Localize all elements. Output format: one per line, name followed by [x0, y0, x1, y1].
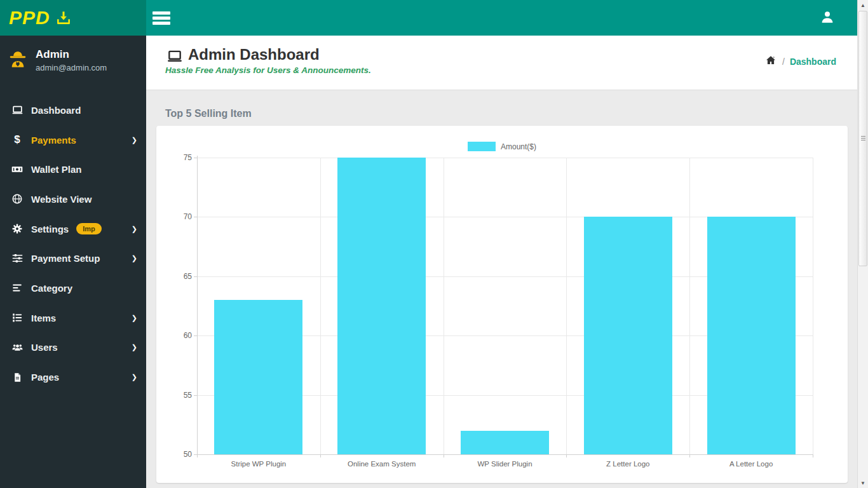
sidebar-item-pages[interactable]: Pages❯ [0, 362, 146, 392]
logo-text: PPD [9, 7, 50, 29]
gridline [197, 158, 813, 158]
sidebar-menu: Dashboard$Payments❯Wallet PlanWebsite Vi… [0, 95, 146, 392]
app-window: PPD Admin admin@admin.com Dashboard$Paym… [0, 0, 868, 488]
x-axis-line [194, 454, 813, 455]
scrollbar-down-arrow[interactable]: ▼ [858, 478, 868, 488]
money-icon [9, 163, 25, 175]
top-navbar [146, 0, 868, 36]
breadcrumb-dashboard-link[interactable]: Dashboard [790, 57, 836, 67]
legend-color-box [468, 142, 496, 151]
x-axis-category-label: Online Exam System [320, 460, 444, 468]
y-axis-line [197, 156, 198, 458]
user-menu-button[interactable] [817, 8, 837, 29]
chevron-right-icon: ❯ [132, 136, 137, 144]
sidebar-item-label: Website View [31, 194, 92, 205]
user-name: Admin [36, 48, 107, 61]
laptop-icon [9, 104, 25, 116]
section-title: Top 5 Selling Item [165, 108, 252, 119]
align-icon [9, 282, 25, 294]
bar-1 [337, 158, 426, 454]
sliders-icon [9, 252, 25, 264]
y-axis-tick-label: 50 [156, 450, 192, 459]
sidebar-item-label: Category [31, 283, 72, 294]
gridline [813, 158, 813, 454]
sidebar-item-settings[interactable]: SettingsImp❯ [0, 214, 146, 244]
logo[interactable]: PPD [0, 0, 146, 36]
main-content: Admin Dashboard Hassle Free Analysis for… [146, 36, 868, 488]
admin-avatar-icon [8, 49, 28, 72]
legend-label: Amount($) [501, 142, 536, 151]
user-panel: Admin admin@admin.com [0, 36, 146, 84]
breadcrumb: / Dashboard [764, 55, 836, 68]
page-subtitle: Hassle Free Analysis for Users & Announc… [165, 65, 371, 75]
gridline [566, 158, 567, 454]
sidebar-item-dashboard[interactable]: Dashboard [0, 95, 146, 125]
bar-chart: 505560657075Stripe WP PluginOnline Exam … [156, 126, 848, 483]
x-axis-category-label: Stripe WP Plugin [197, 460, 320, 468]
gear-icon [9, 223, 25, 234]
sidebar-item-payments[interactable]: $Payments❯ [0, 125, 146, 155]
scrollbar-grip [861, 136, 865, 141]
sidebar-item-website-view[interactable]: Website View [0, 184, 146, 214]
dollar-icon: $ [9, 133, 25, 146]
scrollbar[interactable]: ▲ ▼ [857, 0, 868, 488]
x-axis-category-label: Z Letter Logo [566, 460, 689, 468]
bar-0 [214, 300, 302, 454]
content-header: Admin Dashboard Hassle Free Analysis for… [146, 36, 868, 90]
page-title: Admin Dashboard [188, 46, 320, 64]
file-icon [9, 372, 25, 383]
gridline [320, 158, 321, 454]
sidebar-item-label: Pages [31, 372, 59, 383]
chevron-right-icon: ❯ [132, 254, 137, 262]
y-axis-tick-label: 70 [156, 212, 192, 221]
sidebar-item-wallet-plan[interactable]: Wallet Plan [0, 154, 146, 184]
sidebar-item-category[interactable]: Category [0, 273, 146, 303]
chevron-right-icon: ❯ [132, 314, 137, 322]
sidebar: Admin admin@admin.com Dashboard$Payments… [0, 36, 146, 488]
sidebar-item-users[interactable]: Users❯ [0, 333, 146, 363]
sidebar-item-label: Items [31, 313, 56, 323]
list-ol-icon [9, 312, 25, 323]
y-axis-tick-label: 75 [156, 153, 192, 162]
hamburger-menu-button[interactable] [153, 8, 172, 27]
sidebar-item-label: Wallet Plan [31, 164, 81, 175]
x-axis-category-label: WP Slider Plugin [444, 460, 567, 468]
sidebar-item-label: Dashboard [31, 105, 81, 116]
y-axis-tick-label: 60 [156, 331, 192, 340]
user-email: admin@admin.com [36, 63, 107, 72]
sidebar-item-label: Payment Setup [31, 253, 100, 264]
breadcrumb-separator: / [782, 57, 785, 67]
bar-2 [461, 431, 549, 454]
sidebar-item-label: Users [31, 342, 58, 353]
chevron-right-icon: ❯ [132, 343, 137, 351]
chevron-right-icon: ❯ [132, 225, 137, 233]
bar-3 [584, 217, 672, 454]
y-axis-tick-label: 55 [156, 391, 192, 400]
home-icon[interactable] [764, 55, 777, 68]
download-icon [55, 10, 72, 26]
scrollbar-thumb[interactable] [858, 11, 867, 266]
gridline [444, 158, 444, 454]
y-axis-tick-label: 65 [156, 272, 192, 281]
chevron-right-icon: ❯ [132, 373, 137, 381]
bar-4 [707, 217, 796, 454]
person-icon [818, 8, 836, 29]
scrollbar-up-arrow[interactable]: ▲ [858, 0, 868, 10]
users-icon [9, 341, 25, 353]
sidebar-item-label: Payments [31, 135, 76, 146]
gridline [689, 158, 690, 454]
sidebar-item-label: Settings [31, 224, 69, 234]
sidebar-item-payment-setup[interactable]: Payment Setup❯ [0, 243, 146, 273]
x-axis-tick [813, 454, 813, 458]
laptop-icon [165, 48, 184, 67]
imp-badge: Imp [76, 223, 102, 234]
chart-card: 505560657075Stripe WP PluginOnline Exam … [156, 126, 848, 483]
sidebar-item-items[interactable]: Items❯ [0, 303, 146, 333]
globe-icon [9, 193, 25, 205]
x-axis-category-label: A Letter Logo [689, 460, 813, 468]
chart-legend: Amount($) [156, 142, 848, 151]
